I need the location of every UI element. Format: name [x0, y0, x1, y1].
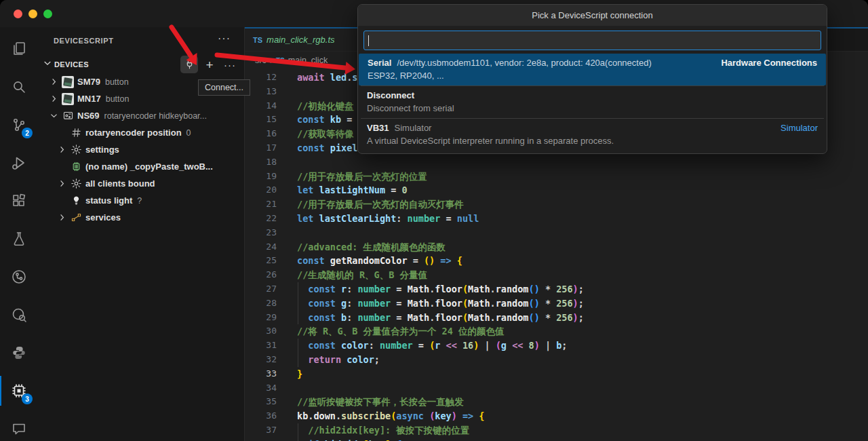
line-number: 16 [245, 127, 277, 141]
line-number: 15 [245, 113, 277, 127]
item-description: /dev/tty.usbmodem1101, vendor: 2e8a, pro… [397, 58, 651, 68]
tree-item-description: rotaryencoder hidkeyboar... [104, 111, 207, 121]
activity-bar-python-icon[interactable] [0, 334, 38, 372]
tree-item-ns69[interactable]: NS69rotaryencoder hidkeyboar... [38, 107, 244, 124]
chevron-right-icon[interactable] [56, 145, 68, 155]
code-line-21: 21//用于存放最后一次亮灯的自动灭灯事件 [245, 197, 868, 212]
activity-bar-git-graph-icon[interactable] [0, 258, 38, 296]
indent-guide [298, 423, 298, 438]
line-number: 20 [245, 183, 277, 197]
tree-item-settings[interactable]: settings [38, 141, 244, 158]
quickpick-item-serial[interactable]: Serial/dev/tty.usbmodem1101, vendor: 2e8… [359, 54, 826, 85]
typescript-file-icon: TS [253, 36, 262, 44]
quickpick-item-vb31[interactable]: VB31SimulatorSimulatorA virtual DeviceSc… [358, 119, 827, 151]
chevron-down-icon [42, 58, 53, 71]
line-number: 17 [245, 141, 277, 155]
vscode-window: 23 DEVICESCRIPT ··· DEVICES + ··· SM79bu… [0, 0, 868, 441]
activity-bar-extensions-icon[interactable] [0, 182, 38, 220]
line-number: 18 [245, 155, 277, 170]
code-line-27: 27 const r: number = Math.floor(Math.ran… [245, 282, 868, 296]
indent-guide [298, 353, 298, 367]
tab-label: main_click_rgb.ts [267, 35, 334, 45]
chevron-down-icon[interactable] [47, 111, 60, 121]
code-line-19: 19//用于存放最后一次亮灯的位置 [245, 170, 868, 184]
breadcrumb-folder[interactable]: src [255, 56, 267, 65]
tree-item-services[interactable]: services [38, 209, 244, 226]
code-line-34: 34 [245, 381, 868, 396]
quickpick-dialog: Pick a DeviceScript connection Serial/de… [357, 4, 827, 154]
code-line-35: 35//监听按键被按下事件，长按会一直触发 [245, 395, 868, 409]
connect-tooltip: Connect... [198, 79, 250, 96]
line-number: 38 [245, 438, 277, 441]
minimize-window-button[interactable] [28, 9, 37, 18]
devices-more-actions-icon[interactable]: ··· [221, 56, 239, 73]
code-line-18: 18 [245, 155, 868, 170]
activity-bar-gitlens-icon[interactable] [0, 296, 38, 334]
tree-item-rotaryencoder-position[interactable]: rotaryencoder position0 [38, 124, 244, 141]
activity-bar-comments-icon[interactable] [0, 410, 38, 441]
item-description: Simulator [395, 123, 432, 133]
code-line-26: 26//生成随机的 R、G、B 分量值 [245, 268, 868, 282]
chevron-right-icon[interactable] [56, 212, 68, 223]
tree-item-status-light[interactable]: status light? [38, 192, 244, 209]
sidebar-more-actions-icon[interactable]: ··· [218, 33, 231, 45]
device-photo [60, 93, 76, 105]
line-number: 22 [245, 212, 277, 226]
tree-item-value: ? [137, 196, 142, 206]
item-category-label[interactable]: Simulator [774, 123, 818, 133]
chevron-right-icon[interactable] [47, 77, 60, 87]
code-line-24: 24//advanced: 生成随机颜色的函数 [245, 240, 868, 254]
services-icon [68, 212, 84, 223]
close-window-button[interactable] [14, 9, 22, 18]
item-detail: ESP32, RP2040, ... [368, 71, 817, 81]
code-line-28: 28 const g: number = Math.floor(Math.ran… [245, 296, 868, 311]
line-number: 14 [245, 99, 277, 113]
item-category-label: Hardware Connections [714, 58, 817, 68]
activity-bar-explorer-icon[interactable] [0, 30, 38, 68]
tree-item-all-clients-bound[interactable]: all clients bound [38, 175, 244, 192]
activity-bar-devicescript-icon[interactable]: 3 [0, 372, 38, 410]
tree-item-label: NS69 [77, 111, 100, 121]
line-number: 21 [245, 197, 277, 212]
line-number: 28 [245, 296, 277, 311]
chevron-right-icon[interactable] [47, 94, 60, 104]
quickpick-item-disconnect[interactable]: DisconnectDisconnect from serial [358, 86, 827, 118]
code-line-23: 23 [245, 226, 868, 240]
code-line-36: 36kb.down.subscribe(async (key) => { [245, 409, 868, 423]
activity-bar-run-debug-icon[interactable] [0, 144, 38, 182]
tree-item-description: button [105, 77, 129, 87]
breadcrumb-separator: › [270, 56, 273, 66]
tree-item--no-name-copypaste-twob-[interactable]: (no name) _copyPaste_twoB... [38, 158, 244, 175]
line-number: 33 [245, 367, 277, 381]
line-number: 36 [245, 409, 277, 423]
add-device-button[interactable]: + [201, 56, 218, 73]
tab-main-click-rgb[interactable]: TS main_click_rgb.ts [245, 28, 366, 51]
code-line-37: 37 //hid2idx[key]: 被按下按键的位置 [245, 423, 868, 438]
connect-plug-icon[interactable] [180, 56, 198, 73]
indent-guide [298, 282, 298, 296]
hash-icon [68, 127, 84, 138]
code-line-30: 30//将 R、G、B 分量值合并为一个 24 位的颜色值 [245, 324, 868, 339]
activity-bar-search-icon[interactable] [0, 68, 38, 106]
line-number: 23 [245, 226, 277, 240]
tree-item-description: button [106, 94, 130, 104]
quickpick-input[interactable] [363, 31, 821, 50]
gear-icon [68, 178, 84, 189]
maximize-window-button[interactable] [43, 9, 52, 18]
code-line-29: 29 const b: number = Math.floor(Math.ran… [245, 311, 868, 325]
tree-item-label: MN17 [77, 94, 101, 104]
devices-section-header[interactable]: DEVICES + ··· [38, 57, 244, 72]
indent-guide [298, 339, 298, 353]
line-number: 35 [245, 395, 277, 409]
activity-bar-source-control-icon[interactable]: 2 [0, 106, 38, 144]
item-detail: Disconnect from serial [367, 103, 818, 113]
indent-guide [298, 296, 298, 311]
bulb-icon [68, 195, 84, 206]
quickpick-list: Serial/dev/tty.usbmodem1101, vendor: 2e8… [358, 54, 827, 151]
line-number: 30 [245, 324, 277, 339]
devices-section-label: DEVICES [54, 60, 89, 69]
chevron-right-icon[interactable] [56, 178, 68, 189]
tree-item-label: settings [85, 145, 119, 155]
breadcrumb-file[interactable]: main_click_ [288, 56, 332, 65]
activity-bar-test-beaker-icon[interactable] [0, 220, 38, 258]
